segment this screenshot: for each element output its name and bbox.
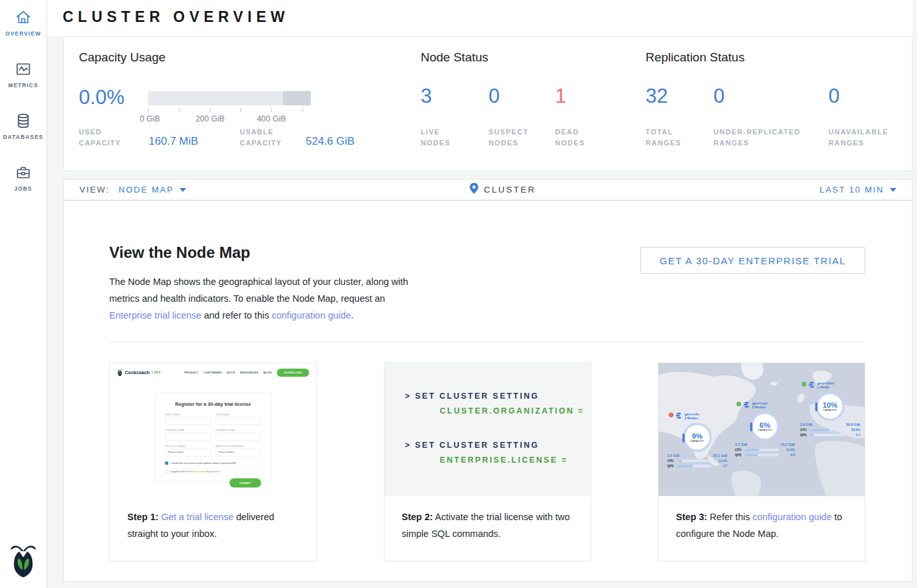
breadcrumb-cluster: CLUSTER bbox=[484, 185, 536, 194]
sidebar-item-label: DATABASES bbox=[3, 134, 43, 140]
axis-label: 200 GiB bbox=[195, 114, 224, 123]
axis-tick bbox=[302, 108, 303, 112]
step-2-caption: Step 2: Activate the trial license with … bbox=[385, 496, 591, 542]
map-node-ams: ✓ geo=ams1 Node 10%CAPACITY 3.6 GiB36.6 … bbox=[797, 381, 863, 437]
step-2-card: > SET CLUSTER SETTING CLUSTER.ORGANIZATI… bbox=[384, 362, 591, 562]
node-map-preview-image: ! geo=sfo2 Nodes 9%CAPACITY 3.2 GiB35.1 … bbox=[659, 363, 865, 496]
unavailable-ranges-label: UNAVAILABLE RANGES bbox=[828, 127, 906, 149]
sql-code-snippet: > SET CLUSTER SETTING CLUSTER.ORGANIZATI… bbox=[385, 363, 591, 496]
dead-nodes-label: DEAD NODES bbox=[555, 127, 607, 149]
database-icon bbox=[15, 112, 32, 129]
total-ranges-label: TOTAL RANGES bbox=[646, 127, 697, 149]
mini-trial-form: Register for a 30-day trial license FIRS… bbox=[155, 393, 271, 481]
under-replicated-count: 0 bbox=[713, 85, 724, 108]
node-map-description: The Node Map shows the geographical layo… bbox=[109, 273, 412, 324]
chevron-down-icon bbox=[890, 188, 896, 192]
map-node-sfo: ! geo=sfo2 Nodes 9%CAPACITY 3.2 GiB35.1 … bbox=[664, 412, 730, 468]
status-alert-icon: ! bbox=[669, 413, 673, 417]
live-nodes-label: LIVE NODES bbox=[421, 127, 472, 149]
enterprise-trial-license-link[interactable]: Enterprise trial license bbox=[109, 310, 202, 320]
total-ranges-count: 32 bbox=[646, 85, 668, 108]
description-text: . bbox=[351, 310, 353, 320]
axis-tick bbox=[240, 108, 241, 112]
view-label: VIEW: bbox=[79, 185, 110, 194]
axis-tick bbox=[179, 108, 180, 112]
divider bbox=[109, 342, 865, 342]
suspect-nodes-label: SUSPECT NODES bbox=[489, 127, 540, 149]
sidebar: OVERVIEW METRICS DATABASES bbox=[0, 0, 47, 588]
mini-select: Please Select bbox=[165, 448, 210, 456]
briefcase-icon bbox=[15, 164, 32, 181]
mini-site-navbar: Cockroach LABS PRODUCT CUSTOMERS DOCS RE… bbox=[110, 363, 316, 382]
capacity-used-percent: 0.0% bbox=[79, 86, 125, 109]
node-map-card: View the Node Map The Node Map shows the… bbox=[63, 200, 912, 582]
mini-download-button: DOWNLOAD bbox=[277, 368, 309, 376]
view-value[interactable]: NODE MAP bbox=[119, 185, 174, 194]
view-bar: VIEW: NODE MAP CLUSTER LAST 10 MIN bbox=[63, 179, 912, 200]
time-range-selector[interactable]: LAST 10 MIN bbox=[819, 185, 896, 194]
configuration-guide-link[interactable]: configuration guide bbox=[271, 310, 351, 320]
cockroach-labs-logo bbox=[10, 543, 37, 580]
mini-cockroach-logo: Cockroach LABS bbox=[117, 368, 161, 376]
axis-label: 0 GiB bbox=[140, 114, 160, 123]
status-ok-icon: ✓ bbox=[802, 382, 806, 386]
step-3-card: ! geo=sfo2 Nodes 9%CAPACITY 3.2 GiB35.1 … bbox=[658, 362, 865, 562]
used-capacity-value: 160.7 MiB bbox=[149, 135, 198, 148]
step-1-card: Cockroach LABS PRODUCT CUSTOMERS DOCS RE… bbox=[109, 362, 317, 562]
mini-select: Please Select bbox=[216, 448, 261, 456]
capacity-bar-reserved-segment bbox=[283, 91, 311, 105]
sidebar-item-label: JOBS bbox=[14, 185, 32, 192]
replication-status-title: Replication Status bbox=[646, 50, 744, 65]
unavailable-ranges-count: 0 bbox=[828, 85, 839, 108]
chevron-down-icon bbox=[180, 188, 186, 192]
get-trial-license-link[interactable]: Get a trial license bbox=[161, 512, 233, 522]
sidebar-item-label: OVERVIEW bbox=[5, 30, 41, 37]
sidebar-item-label: METRICS bbox=[8, 82, 39, 89]
trial-signup-screenshot: Cockroach LABS PRODUCT CUSTOMERS DOCS RE… bbox=[110, 363, 316, 496]
home-icon bbox=[15, 9, 32, 26]
axis-tick bbox=[271, 108, 272, 112]
description-text: The Node Map shows the geographical layo… bbox=[109, 277, 408, 304]
sidebar-item-jobs[interactable]: JOBS bbox=[0, 155, 47, 207]
usable-capacity-label: USABLE CAPACITY bbox=[240, 127, 295, 149]
steps-row: Cockroach LABS PRODUCT CUSTOMERS DOCS RE… bbox=[109, 362, 865, 562]
dead-nodes-count: 1 bbox=[555, 85, 566, 108]
mini-submit-button: SUBMIT bbox=[229, 478, 261, 487]
axis-tick bbox=[148, 108, 149, 112]
sidebar-item-overview[interactable]: OVERVIEW bbox=[0, 0, 47, 52]
mini-checkbox-empty bbox=[165, 470, 168, 473]
view-selector[interactable]: VIEW: NODE MAP bbox=[79, 185, 186, 194]
mini-input bbox=[165, 433, 210, 441]
cluster-summary-card: Capacity Usage 0.0% 0 GiB 200 GiB 400 Gi… bbox=[63, 36, 912, 171]
map-node-nyc: ✓ geo=nyc2 Nodes 6%CAPACITY 3.7 GiB43.7 … bbox=[732, 401, 798, 457]
description-text: and refer to this bbox=[202, 310, 272, 320]
used-capacity-label: USED CAPACITY bbox=[79, 127, 134, 149]
mini-input bbox=[216, 417, 261, 425]
sidebar-item-metrics[interactable]: METRICS bbox=[0, 52, 47, 103]
usable-capacity-value: 524.6 GiB bbox=[306, 135, 355, 148]
mini-input bbox=[216, 433, 261, 441]
suspect-nodes-count: 0 bbox=[489, 85, 500, 108]
time-range-value[interactable]: LAST 10 MIN bbox=[819, 185, 884, 194]
mini-site-nav-links: PRODUCT CUSTOMERS DOCS RESOURCES BLOG DO… bbox=[184, 368, 309, 376]
capacity-usage-title: Capacity Usage bbox=[79, 50, 165, 65]
enterprise-trial-button[interactable]: GET A 30-DAY ENTERPRISE TRIAL bbox=[640, 247, 865, 274]
node-map-heading: View the Node Map bbox=[109, 244, 250, 262]
sidebar-item-databases[interactable]: DATABASES bbox=[0, 103, 47, 155]
capacity-bar bbox=[148, 91, 311, 105]
mini-checkbox-checked bbox=[165, 461, 168, 465]
breadcrumb: CLUSTER bbox=[470, 183, 536, 196]
axis-tick bbox=[210, 108, 211, 112]
live-nodes-count: 3 bbox=[421, 85, 432, 108]
mini-input bbox=[165, 417, 210, 425]
step-1-caption: Step 1: Get a trial license delivered st… bbox=[110, 496, 316, 542]
node-status-title: Node Status bbox=[421, 50, 489, 65]
status-ok-icon: ✓ bbox=[737, 402, 741, 406]
step-3-caption: Step 3: Refer this configuration guide t… bbox=[659, 496, 865, 542]
under-replicated-label: UNDER-REPLICATED RANGES bbox=[713, 127, 820, 149]
line-chart-icon bbox=[15, 61, 32, 78]
axis-label: 400 GiB bbox=[257, 114, 286, 123]
map-pin-icon bbox=[470, 183, 478, 196]
configuration-guide-link[interactable]: configuration guide bbox=[752, 512, 832, 522]
page-header: CLUSTER OVERVIEW bbox=[47, 0, 912, 36]
